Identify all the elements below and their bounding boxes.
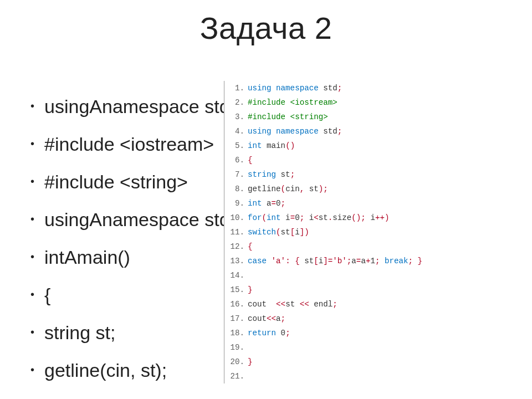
code-text: int main(): [245, 139, 295, 153]
line-number: 21: [228, 369, 245, 383]
code-text: using namespace std;: [245, 81, 342, 95]
line-number: 9: [228, 196, 245, 211]
line-number: 2: [228, 95, 245, 110]
bullet-icon: •: [30, 251, 34, 262]
line-number: 18: [228, 326, 245, 340]
slide-content: •usingАnamespace std; •#include <iostrea…: [0, 66, 532, 399]
code-line: 5int main(): [228, 139, 461, 153]
code-line: 19: [228, 340, 461, 355]
code-line: 13case 'a': { st[i]='b';a=a+1; break; }: [228, 254, 461, 268]
list-item: •{: [30, 276, 224, 314]
line-number: 1: [228, 81, 245, 95]
line-number: 16: [228, 297, 245, 311]
bullet-icon: •: [30, 326, 34, 337]
code-line: 2#include <iostream>: [228, 95, 461, 110]
line-number: 12: [228, 239, 245, 254]
line-number: 17: [228, 311, 245, 326]
code-text: cout <<st << endl;: [245, 297, 337, 311]
bullet-text: usingАnamespace std;: [44, 97, 224, 116]
list-item: •#include <string>: [30, 163, 224, 201]
code-line: 15}: [228, 283, 461, 297]
line-number: 7: [228, 167, 245, 182]
code-text: [245, 268, 248, 283]
code-text: for(int i=0; i<st.size(); i++): [245, 211, 389, 225]
line-number: 8: [228, 182, 245, 196]
code-line: 6{: [228, 153, 461, 167]
line-number: 10: [228, 211, 245, 225]
code-text: int a=0;: [245, 196, 285, 211]
bullet-icon: •: [30, 100, 34, 111]
bullet-text: intАmain(): [44, 248, 130, 267]
code-text: [245, 369, 248, 383]
code-text: [245, 340, 248, 355]
code-text: #include <string>: [245, 110, 328, 124]
code-text: switch(st[i]): [245, 225, 309, 239]
list-item: •usingАnamespace std;: [30, 88, 224, 125]
code-text: }: [245, 355, 253, 369]
code-line: 18return 0;: [228, 326, 461, 340]
list-item: •intАmain(): [30, 238, 224, 276]
bullet-icon: •: [30, 213, 34, 224]
code-text: using namespace std;: [245, 124, 342, 139]
line-number: 13: [228, 254, 245, 268]
code-line: 4using namespace std;: [228, 124, 461, 139]
line-number: 15: [228, 283, 245, 297]
code-line: 16cout <<st << endl;: [228, 297, 461, 311]
bullet-text: #include <string>: [44, 172, 188, 191]
list-item: •getline(cin, st);: [30, 351, 224, 389]
code-text: {: [245, 239, 253, 254]
line-number: 19: [228, 340, 245, 355]
line-number: 3: [228, 110, 245, 124]
code-line: 12{: [228, 239, 461, 254]
bullet-icon: •: [30, 289, 34, 300]
code-line: 20}: [228, 355, 461, 369]
code-line: 17cout<<a;: [228, 311, 461, 326]
code-text: string st;: [245, 167, 295, 182]
bullet-list: •usingАnamespace std; •#include <iostrea…: [30, 88, 224, 389]
line-number: 14: [228, 268, 245, 283]
bullet-text: {: [44, 285, 50, 304]
line-number: 20: [228, 355, 245, 369]
bullet-text: string st;: [44, 323, 115, 342]
code-line: 7string st;: [228, 167, 461, 182]
code-text: cout<<a;: [245, 311, 285, 326]
code-text: getline(cin, st);: [245, 182, 328, 196]
code-text: #include <iostream>: [245, 95, 337, 110]
list-item: •string st;: [30, 314, 224, 351]
bullet-text: #include <iostream>: [44, 135, 214, 154]
code-line: 8getline(cin, st);: [228, 182, 461, 196]
code-line: 14: [228, 268, 461, 283]
slide-title: Задача 2: [0, 0, 532, 46]
line-number: 11: [228, 225, 245, 239]
bullet-text: getline(cin, st);: [44, 361, 167, 380]
code-line: 21: [228, 369, 461, 383]
bullet-icon: •: [30, 176, 34, 187]
code-line: 11switch(st[i]): [228, 225, 461, 239]
code-line: 10for(int i=0; i<st.size(); i++): [228, 211, 461, 225]
code-text: }: [245, 283, 253, 297]
line-number: 5: [228, 139, 245, 153]
line-number: 4: [228, 124, 245, 139]
code-panel: 1using namespace std;2#include <iostream…: [224, 81, 461, 383]
code-line: 3#include <string>: [228, 110, 461, 124]
line-number: 6: [228, 153, 245, 167]
code-text: case 'a': { st[i]='b';a=a+1; break; }: [245, 254, 422, 268]
slide: Задача 2 •usingАnamespace std; •#include…: [0, 0, 532, 399]
list-item: •usingАnamespace std;: [30, 201, 224, 238]
bullet-icon: •: [30, 364, 34, 375]
code-text: return 0;: [245, 326, 290, 340]
code-text: {: [245, 153, 253, 167]
bullet-icon: •: [30, 138, 34, 149]
list-item: •#include <iostream>: [30, 125, 224, 163]
code-line: 1using namespace std;: [228, 81, 461, 95]
code-line: 9int a=0;: [228, 196, 461, 211]
bullet-text: usingАnamespace std;: [44, 210, 224, 229]
